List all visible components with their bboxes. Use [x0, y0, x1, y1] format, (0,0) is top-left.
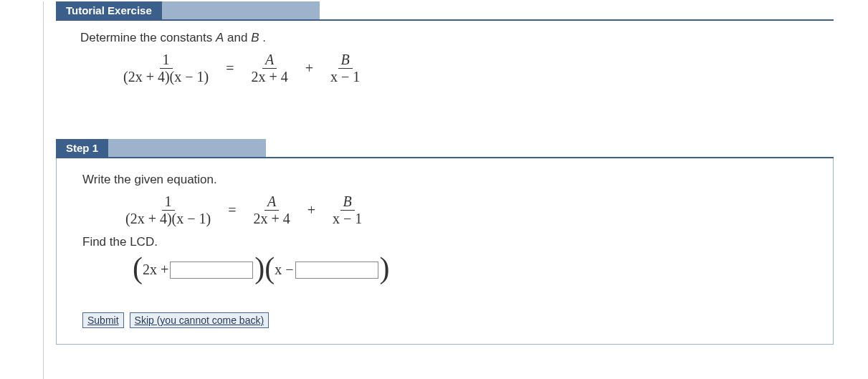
- step-tab: Step 1: [56, 139, 108, 157]
- lcd-input-1[interactable]: [170, 262, 253, 279]
- frac-left-2-num: 1: [162, 194, 175, 211]
- submit-button[interactable]: Submit: [82, 312, 124, 328]
- frac-left-1-num: 1: [160, 52, 173, 69]
- frac-A-1: A 2x + 4: [248, 52, 290, 85]
- frac-left-1: 1 (2x + 4)(x − 1): [120, 52, 211, 85]
- frac-A-1-den: 2x + 4: [248, 69, 290, 85]
- frac-B-2-num: B: [340, 194, 355, 211]
- skip-button[interactable]: Skip (you cannot come back): [130, 312, 270, 328]
- lcd-term-2: x −: [275, 262, 293, 278]
- tutorial-equation: 1 (2x + 4)(x − 1) = A 2x + 4 + B x − 1: [120, 52, 831, 85]
- button-row: Submit Skip (you cannot come back): [82, 312, 830, 328]
- lcd-input-2[interactable]: [295, 262, 378, 279]
- step-line-1: Write the given equation.: [82, 173, 830, 187]
- step-line-2: Find the LCD.: [82, 235, 830, 249]
- tutorial-prompt-B: B: [251, 31, 259, 44]
- tutorial-tab: Tutorial Exercise: [56, 1, 162, 19]
- tutorial-block: Tutorial Exercise Determine the constant…: [56, 1, 834, 105]
- frac-B-2: B x − 1: [330, 194, 365, 226]
- lcd-expression: ( 2x + ) ( x − ): [133, 256, 830, 284]
- plus-1: +: [300, 60, 319, 77]
- step-block: Step 1 Write the given equation. 1 (2x +…: [56, 139, 834, 345]
- tutorial-prompt-text-3: .: [262, 31, 266, 44]
- step-tab-spacer: [108, 139, 266, 157]
- frac-B-1: B x − 1: [328, 52, 363, 85]
- lcd-term-1: 2x +: [143, 262, 168, 278]
- paren-open-2: (: [264, 255, 275, 282]
- frac-A-2-den: 2x + 4: [250, 211, 292, 226]
- tutorial-prompt-text-2: and: [227, 31, 251, 44]
- plus-2: +: [302, 202, 321, 219]
- step-body: Write the given equation. 1 (2x + 4)(x −…: [56, 158, 834, 345]
- frac-B-1-num: B: [338, 52, 353, 69]
- tutorial-prompt-text-1: Determine the constants: [80, 31, 216, 44]
- paren-close-1: ): [254, 255, 264, 282]
- tutorial-tab-label: Tutorial Exercise: [66, 4, 152, 16]
- tutorial-prompt-A: A: [216, 31, 224, 44]
- equals-2: =: [222, 202, 242, 219]
- paren-open-1: (: [133, 255, 143, 282]
- tutorial-prompt: Determine the constants A and B .: [80, 31, 831, 45]
- frac-A-2: A 2x + 4: [250, 194, 292, 226]
- frac-B-2-den: x − 1: [330, 211, 365, 226]
- paren-close-2: ): [380, 255, 390, 282]
- step-tabrow: Step 1: [56, 139, 834, 158]
- frac-left-2-den: (2x + 4)(x − 1): [123, 211, 214, 226]
- equals-1: =: [220, 60, 239, 77]
- tutorial-body: Determine the constants A and B . 1 (2x …: [56, 21, 834, 105]
- frac-A-1-num: A: [262, 52, 277, 69]
- tutorial-tab-spacer: [162, 1, 320, 19]
- step-tab-label: Step 1: [66, 142, 98, 154]
- step-equation: 1 (2x + 4)(x − 1) = A 2x + 4 + B x − 1: [123, 194, 830, 226]
- frac-left-2: 1 (2x + 4)(x − 1): [123, 194, 214, 226]
- frac-A-2-num: A: [264, 194, 279, 211]
- left-guideline: [43, 1, 44, 379]
- frac-left-1-den: (2x + 4)(x − 1): [120, 69, 211, 85]
- frac-B-1-den: x − 1: [328, 69, 363, 85]
- tutorial-tabrow: Tutorial Exercise: [56, 1, 834, 21]
